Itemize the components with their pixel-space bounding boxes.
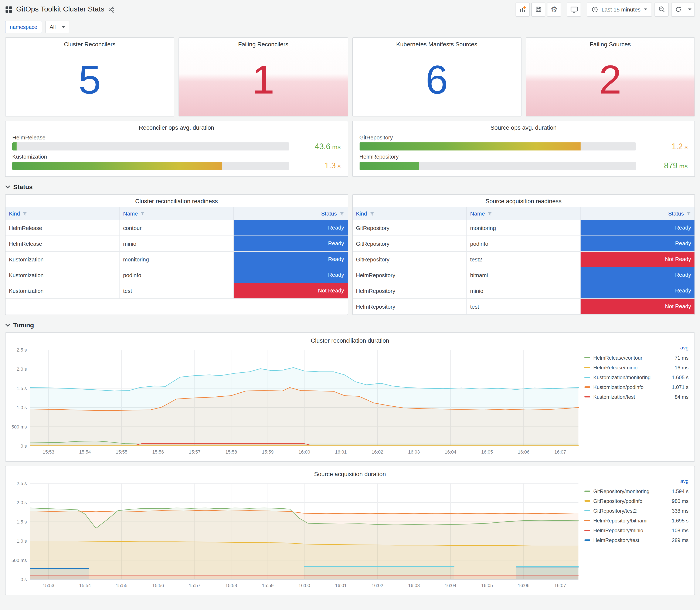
legend-item[interactable]: HelmRepository/bitnami1.695 s bbox=[584, 516, 688, 525]
zoom-out-time-button[interactable] bbox=[654, 2, 669, 16]
section-header-timing[interactable]: Timing bbox=[5, 321, 695, 328]
legend-series-name[interactable]: GitRepository/monitoring bbox=[593, 488, 662, 494]
table-cell: test bbox=[119, 283, 233, 299]
legend-series-name[interactable]: Kustomization/test bbox=[593, 394, 662, 400]
panel-title[interactable]: Cluster Reconcilers bbox=[5, 38, 174, 48]
panel-title[interactable]: Failing Reconcilers bbox=[179, 38, 348, 48]
gauge-track bbox=[359, 142, 636, 150]
legend-series-color bbox=[584, 520, 590, 521]
clock-icon bbox=[592, 6, 598, 13]
table-cell: Kustomization bbox=[5, 252, 119, 267]
table-cell: podinfo bbox=[467, 236, 580, 252]
table-cell: GitRepository bbox=[353, 236, 467, 252]
panel-title[interactable]: Cluster reconciliation readiness bbox=[5, 195, 347, 205]
legend-item[interactable]: HelmRelease/contour71 ms bbox=[584, 353, 688, 363]
legend-series-name[interactable]: Kustomization/monitoring bbox=[593, 374, 662, 380]
svg-text:15:53: 15:53 bbox=[43, 583, 54, 588]
refresh-button[interactable] bbox=[671, 2, 685, 16]
add-panel-button[interactable] bbox=[516, 2, 530, 16]
tables-row: Cluster reconciliation readiness Kind Na… bbox=[5, 194, 695, 315]
table-cell: bitnami bbox=[467, 267, 580, 283]
panel-title[interactable]: Source ops avg. duration bbox=[353, 121, 695, 131]
legend-avg-header[interactable]: avg bbox=[584, 345, 688, 353]
variable-value-dropdown[interactable]: All bbox=[45, 21, 69, 33]
filter-icon[interactable] bbox=[686, 211, 691, 216]
panel-title[interactable]: Cluster reconciliation duration bbox=[8, 334, 692, 344]
share-icon[interactable] bbox=[108, 6, 115, 13]
legend-series-color bbox=[584, 491, 590, 492]
column-header-kind[interactable]: Kind bbox=[353, 207, 467, 220]
table-cell: HelmRepository bbox=[353, 283, 467, 299]
svg-text:15:59: 15:59 bbox=[262, 449, 274, 455]
svg-text:15:53: 15:53 bbox=[43, 449, 54, 455]
panel-title[interactable]: Source acquisition readiness bbox=[353, 195, 695, 205]
stat-panel-kubernetes-manifests-sources: Kubernetes Manifests Sources 6 bbox=[352, 37, 521, 116]
column-header-status[interactable]: Status bbox=[233, 207, 347, 220]
time-series-plot[interactable]: 0 s500 ms1.0 s1.5 s2.0 s2.5 s15:5315:541… bbox=[8, 345, 582, 457]
legend-series-name[interactable]: GitRepository/test2 bbox=[593, 508, 662, 514]
legend-series-name[interactable]: HelmRelease/minio bbox=[593, 365, 662, 370]
legend-series-avg: 16 ms bbox=[662, 365, 688, 370]
table-row: HelmRepositoryminioReady bbox=[353, 283, 695, 299]
panel-title[interactable]: Failing Sources bbox=[526, 38, 695, 48]
filter-icon[interactable] bbox=[339, 211, 344, 216]
filter-icon[interactable] bbox=[488, 211, 492, 216]
panel-title[interactable]: Kubernetes Manifests Sources bbox=[353, 38, 521, 48]
apps-grid-icon[interactable] bbox=[5, 6, 12, 13]
legend-item[interactable]: GitRepository/monitoring1.594 s bbox=[584, 486, 688, 496]
column-header-kind[interactable]: Kind bbox=[5, 207, 119, 220]
legend-avg-header[interactable]: avg bbox=[584, 478, 688, 486]
legend-item[interactable]: HelmRelease/minio16 ms bbox=[584, 363, 688, 372]
chevron-down-icon bbox=[688, 9, 691, 10]
table-row: HelmReleaseminioReady bbox=[5, 236, 347, 252]
legend-item[interactable]: HelmRepository/minio108 ms bbox=[584, 525, 688, 535]
time-range-picker[interactable]: Last 15 minutes bbox=[587, 2, 652, 16]
column-header-name[interactable]: Name bbox=[119, 207, 233, 220]
svg-text:2.0 s: 2.0 s bbox=[17, 500, 27, 505]
panel-title[interactable]: Source acquisition duration bbox=[8, 468, 692, 477]
section-header-status[interactable]: Status bbox=[5, 183, 695, 190]
panel-title[interactable]: Reconciler ops avg. duration bbox=[5, 121, 347, 131]
column-header-status[interactable]: Status bbox=[581, 207, 695, 220]
gauge-panel-reconciler-ops: Reconciler ops avg. duration HelmRelease… bbox=[5, 121, 348, 177]
gauge-row-helmrelease: HelmRelease 43.6ms bbox=[12, 134, 341, 151]
legend-item[interactable]: Kustomization/monitoring1.605 s bbox=[584, 372, 688, 382]
filter-icon[interactable] bbox=[141, 211, 145, 216]
legend-series-avg: 71 ms bbox=[662, 355, 688, 361]
legend-item[interactable]: GitRepository/podinfo980 ms bbox=[584, 496, 688, 506]
refresh-interval-dropdown[interactable] bbox=[685, 2, 695, 16]
legend-series-name[interactable]: Kustomization/podinfo bbox=[593, 384, 662, 390]
save-dashboard-button[interactable] bbox=[531, 2, 545, 16]
column-header-name[interactable]: Name bbox=[467, 207, 580, 220]
legend-series-name[interactable]: HelmRepository/minio bbox=[593, 527, 662, 533]
gauge-value: 879ms bbox=[640, 161, 688, 171]
legend-series-name[interactable]: HelmRelease/contour bbox=[593, 355, 662, 361]
legend-item[interactable]: GitRepository/test2338 ms bbox=[584, 506, 688, 516]
status-badge: Not Ready bbox=[581, 299, 695, 314]
dashboard: GitOps Toolkit Cluster Stats ⚙ bbox=[0, 0, 700, 610]
status-badge: Not Ready bbox=[234, 283, 347, 299]
legend-item[interactable]: Kustomization/test84 ms bbox=[584, 392, 688, 402]
legend-series-avg: 338 ms bbox=[662, 508, 688, 514]
gauge-track bbox=[359, 162, 636, 170]
table-cell: contour bbox=[119, 220, 233, 236]
legend-series-name[interactable]: GitRepository/podinfo bbox=[593, 498, 662, 504]
legend-item[interactable]: HelmRepository/test289 ms bbox=[584, 535, 688, 545]
table-cell: Kustomization bbox=[5, 267, 119, 283]
legend-series-name[interactable]: HelmRepository/bitnami bbox=[593, 517, 662, 524]
filter-icon[interactable] bbox=[22, 211, 27, 216]
legend-series-name[interactable]: HelmRepository/test bbox=[593, 537, 662, 543]
filter-icon[interactable] bbox=[370, 211, 374, 216]
dashboard-settings-button[interactable]: ⚙ bbox=[547, 2, 561, 16]
table-cell: HelmRepository bbox=[353, 267, 467, 283]
readiness-table: Kind Name Status HelmReleasecontourReady… bbox=[5, 207, 347, 299]
legend-series-avg: 1.695 s bbox=[662, 517, 688, 524]
time-series-plot[interactable]: 0 s500 ms1.0 s1.5 s2.0 s2.5 s15:5315:541… bbox=[8, 478, 582, 591]
svg-text:1.0 s: 1.0 s bbox=[17, 539, 27, 544]
legend-series-color bbox=[584, 396, 590, 398]
status-badge: Ready bbox=[234, 252, 347, 267]
svg-text:16:01: 16:01 bbox=[335, 583, 347, 588]
legend-series-avg: 289 ms bbox=[662, 537, 688, 543]
cycle-view-button[interactable] bbox=[567, 2, 581, 16]
legend-item[interactable]: Kustomization/podinfo1.071 s bbox=[584, 382, 688, 392]
